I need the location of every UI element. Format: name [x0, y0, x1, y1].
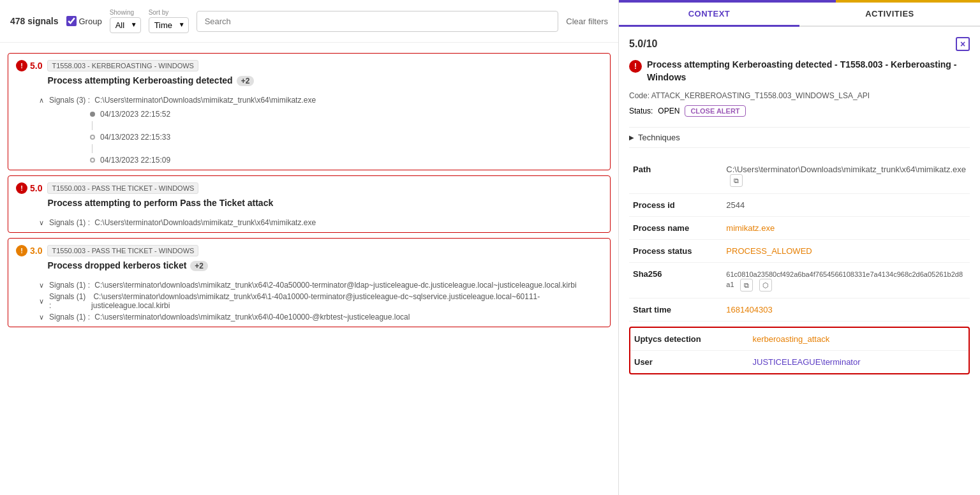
score-header: 5.0/10 × — [629, 37, 970, 51]
alert-detail-text: Process attempting Kerberoasting detecte… — [647, 59, 970, 84]
sortby-select[interactable]: Time — [149, 17, 189, 33]
field-value-2: mimikatz.exe — [722, 217, 970, 240]
tag-row: T1550.003 - PASS THE TICKET - WINDOWS — [47, 182, 602, 194]
sortby-dropdown-wrapper: Sort by Time ▼ — [149, 9, 189, 33]
severity-value: 3.0 — [30, 246, 42, 256]
alert-title: Process attempting to perform Pass the T… — [47, 198, 602, 208]
field-label-1: Process id — [629, 194, 722, 217]
severity-icon: ! — [16, 245, 27, 256]
code-label: Code: — [629, 91, 650, 100]
alert-item-1[interactable]: ! 5.0 T1550.003 - PASS THE TICKET - WIND… — [8, 175, 611, 233]
alert-tag: T1550.003 - PASS THE TICKET - WINDOWS — [47, 245, 198, 256]
alert-content: T1550.003 - PASS THE TICKET - WINDOWS Pr… — [47, 182, 602, 212]
signal-label: Signals (1) : — [49, 292, 89, 310]
timeline-0-0: 04/13/2023 22:15:52 04/13/2023 22:15:33 … — [39, 107, 602, 167]
signal-path-1-0[interactable]: ∨ Signals (1) : C:\Users\terminator\Down… — [39, 218, 602, 227]
signal-group: ∨ Signals (1) : C:\users\terminator\down… — [8, 278, 610, 327]
alert-title: Process dropped kerberos ticket+2 — [47, 260, 602, 270]
field-value-0: C:\Users\terminator\Downloads\mimikatz_t… — [722, 158, 970, 194]
timestamp: 04/13/2023 22:15:33 — [100, 133, 170, 142]
signal-path-text: C:\users\terminator\downloads\mimikatz_t… — [93, 313, 410, 321]
close-x-button[interactable]: × — [956, 37, 970, 51]
timeline-item-1: 04/13/2023 22:15:33 — [90, 130, 602, 144]
status-label: Status: — [629, 107, 653, 115]
signal-path-text: C:\users\terminator\downloads\mimikatz_t… — [93, 281, 577, 290]
field-label-4: Sha256 — [629, 263, 722, 299]
signal-path-text: C:\Users\terminator\Downloads\mimikatz_t… — [93, 218, 316, 227]
export-icon-4[interactable]: ⬡ — [759, 279, 772, 292]
top-bar: 478 signals Group Showing All ▼ Sort by … — [0, 0, 618, 43]
copy-icon-4[interactable]: ⧉ — [740, 279, 753, 292]
status-row: Status: OPEN CLOSE ALERT — [629, 105, 970, 117]
techniques-label: Techniques — [638, 133, 680, 142]
timeline-dot — [90, 112, 95, 117]
severity-score: ! 5.0 — [16, 182, 42, 194]
field-value-3: PROCESS_ALLOWED — [722, 240, 970, 263]
highlighted-row-1: User JUSTICELEAGUE\terminator — [630, 351, 969, 374]
showing-dropdown-wrapper: Showing All ▼ — [110, 9, 141, 33]
highlighted-value-0: kerberoasting_attack — [749, 328, 969, 351]
score-value: 5.0/10 — [629, 38, 657, 50]
field-value-4: 61c0810a23580cf492a6ba4f7654566108331e7a… — [722, 263, 970, 299]
severity-score: ! 5.0 — [16, 60, 42, 71]
timeline-dot — [90, 158, 95, 163]
field-label-2: Process name — [629, 217, 722, 240]
alert-badge: +2 — [237, 76, 255, 86]
signal-chevron: ∨ — [39, 281, 44, 290]
signal-label: Signals (3) : — [49, 96, 90, 105]
left-panel: 478 signals Group Showing All ▼ Sort by … — [0, 0, 619, 495]
copy-icon-0[interactable]: ⧉ — [730, 174, 743, 187]
timeline-connector — [92, 144, 93, 153]
showing-select[interactable]: All — [110, 17, 141, 33]
tab-activities[interactable]: ACTIVITIES — [799, 3, 980, 26]
alert-detail-icon: ! — [629, 60, 642, 73]
field-value-1: 2544 — [722, 194, 970, 217]
severity-score: ! 3.0 — [16, 245, 42, 256]
detail-row-3: Process status PROCESS_ALLOWED — [629, 240, 970, 263]
group-checkbox[interactable] — [66, 16, 77, 26]
close-alert-button[interactable]: CLOSE ALERT — [685, 105, 745, 117]
signal-chevron: ∧ — [39, 96, 44, 105]
group-checkbox-container: Group — [66, 16, 102, 26]
search-input[interactable] — [197, 11, 559, 32]
signal-path-2-2[interactable]: ∨ Signals (1) : C:\users\terminator\down… — [39, 313, 602, 321]
detail-row-0: Path C:\Users\terminator\Downloads\mimik… — [629, 158, 970, 194]
detail-code: Code: ATTACK_KERBEROASTING_T1558.003_WIN… — [629, 91, 970, 100]
detail-row-5: Start time 1681404303 — [629, 299, 970, 321]
alert-badge: +2 — [190, 261, 208, 271]
detail-row-1: Process id 2544 — [629, 194, 970, 217]
techniques-row[interactable]: ▶ Techniques — [629, 127, 970, 148]
group-label: Group — [79, 17, 102, 26]
timestamp: 04/13/2023 22:15:09 — [100, 156, 170, 165]
alert-content: T1558.003 - KERBEROASTING - WINDOWS Proc… — [47, 60, 602, 89]
signal-path-2-1[interactable]: ∨ Signals (1) : C:\users\terminator\down… — [39, 292, 602, 310]
clear-filters-button[interactable]: Clear filters — [566, 17, 608, 26]
severity-value: 5.0 — [30, 61, 42, 71]
alert-item-2[interactable]: ! 3.0 T1550.003 - PASS THE TICKET - WIND… — [8, 238, 611, 327]
timeline-item-2: 04/13/2023 22:15:09 — [90, 153, 602, 167]
tab-context[interactable]: CONTEXT — [619, 3, 799, 27]
field-label-3: Process status — [629, 240, 722, 263]
showing-label: Showing — [110, 9, 141, 16]
alert-tag: T1550.003 - PASS THE TICKET - WINDOWS — [47, 182, 198, 194]
right-tabs: CONTEXT ACTIVITIES — [619, 3, 980, 27]
field-label-5: Start time — [629, 299, 722, 321]
alert-header: ! 5.0 T1550.003 - PASS THE TICKET - WIND… — [8, 176, 610, 216]
alert-header: ! 5.0 T1558.003 - KERBEROASTING - WINDOW… — [8, 54, 610, 93]
highlighted-value-1: JUSTICELEAGUE\terminator — [749, 351, 969, 374]
field-value-5: 1681404303 — [722, 299, 970, 321]
alert-item-0[interactable]: ! 5.0 T1558.003 - KERBEROASTING - WINDOW… — [8, 53, 611, 170]
highlighted-row-0: Uptycs detection kerberoasting_attack — [630, 328, 969, 351]
right-content: 5.0/10 × ! Process attempting Kerberoast… — [619, 27, 980, 495]
signal-group: ∨ Signals (1) : C:\Users\terminator\Down… — [8, 216, 610, 232]
timeline-dot — [90, 135, 95, 140]
signal-label: Signals (1) : — [49, 313, 90, 321]
signal-chevron: ∨ — [39, 313, 44, 321]
highlighted-detail-table: Uptycs detection kerberoasting_attack Us… — [630, 328, 969, 373]
signal-chevron: ∨ — [39, 297, 44, 306]
signal-path-0-0[interactable]: ∧ Signals (3) : C:\Users\terminator\Down… — [39, 96, 602, 105]
detail-row-4: Sha256 61c0810a23580cf492a6ba4f765456610… — [629, 263, 970, 299]
tag-row: T1558.003 - KERBEROASTING - WINDOWS — [47, 60, 602, 71]
signal-path-2-0[interactable]: ∨ Signals (1) : C:\users\terminator\down… — [39, 281, 602, 290]
code-value: ATTACK_KERBEROASTING_T1558.003_WINDOWS_L… — [651, 91, 870, 100]
